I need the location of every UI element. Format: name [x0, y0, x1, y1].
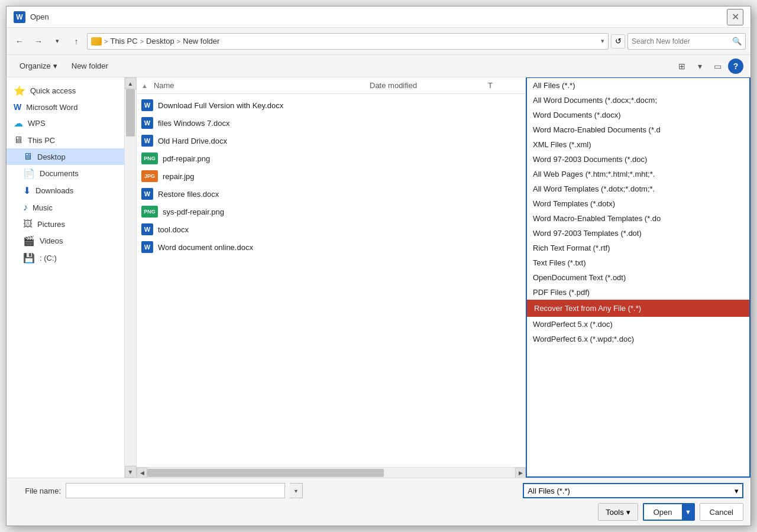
address-part-2: Desktop — [146, 37, 174, 46]
png-file-icon-4: PNG — [141, 153, 158, 164]
sidebar-scrollbar[interactable]: ▲ ▼ — [125, 77, 137, 478]
dropdown-item-12[interactable]: Rich Text Format (*.rtf) — [527, 241, 749, 255]
sidebar-item-this-pc[interactable]: 🖥 This PC — [7, 132, 124, 148]
new-folder-button[interactable]: New folder — [66, 59, 114, 74]
app-icon: W — [14, 11, 25, 23]
buttons-row: Tools ▾ Open ▼ Cancel — [14, 503, 743, 521]
filename-input[interactable] — [66, 483, 285, 498]
dropdown-item-17[interactable]: WordPerfect 5.x (*.doc) — [527, 317, 749, 332]
sidebar-item-microsoft-word[interactable]: W Microsoft Word — [7, 99, 124, 115]
cancel-button[interactable]: Cancel — [700, 503, 743, 521]
h-scroll-left[interactable]: ◀ — [137, 468, 147, 478]
col-type-header[interactable]: T — [486, 80, 521, 91]
word-file-icon-1: W — [141, 99, 153, 111]
pictures-icon: 🖼 — [23, 219, 33, 229]
address-bar[interactable]: > This PC > Desktop > New folder ▾ — [87, 33, 609, 50]
file-item-7[interactable]: PNG sys-pdf-repair.png — [137, 203, 526, 220]
file-name-4: pdf-repair.png — [163, 154, 521, 163]
dropdown-item-9[interactable]: Word Templates (*.dotx) — [527, 196, 749, 211]
view-dropdown-button[interactable]: ▾ — [691, 59, 708, 74]
search-input[interactable] — [632, 37, 730, 46]
file-item-5[interactable]: JPG repair.jpg — [137, 167, 526, 185]
h-scroll-right[interactable]: ▶ — [515, 468, 526, 478]
sidebar-label-this-pc: This PC — [28, 136, 55, 145]
dropdown-item-5[interactable]: XML Files (*.xml) — [527, 137, 749, 152]
refresh-button[interactable]: ↺ — [611, 34, 625, 48]
file-name-8: tool.docx — [158, 225, 521, 234]
filetype-dropdown-panel: All Files (*.*) All Word Documents (*.do… — [526, 77, 750, 478]
file-item-9[interactable]: W Word document online.docx — [137, 238, 526, 256]
dropdown-item-1[interactable]: All Files (*.*) — [527, 78, 749, 93]
sidebar-label-pictures: Pictures — [37, 220, 65, 229]
dropdown-item-13[interactable]: Text Files (*.txt) — [527, 255, 749, 270]
tools-button[interactable]: Tools ▾ — [598, 503, 638, 521]
sort-arrow[interactable]: ▲ — [141, 82, 148, 89]
sidebar-item-music[interactable]: ♪ Music — [7, 199, 124, 216]
up-button[interactable]: ↑ — [68, 33, 85, 50]
file-name-1: Download Full Version with Key.docx — [158, 101, 521, 110]
h-scroll-thumb[interactable] — [147, 469, 384, 477]
open-dropdown-button[interactable]: ▼ — [682, 503, 695, 521]
dropdown-item-8[interactable]: All Word Templates (*.dotx;*.dotm;*. — [527, 181, 749, 196]
h-scrollbar[interactable]: ◀ ▶ — [137, 467, 526, 478]
col-name-header[interactable]: Name — [151, 80, 367, 91]
scroll-track[interactable] — [125, 89, 136, 466]
filetype-value: All Files (*.*) — [528, 486, 570, 495]
address-dropdown-btn[interactable]: ▾ — [601, 37, 604, 45]
dropdown-item-10[interactable]: Word Macro-Enabled Templates (*.do — [527, 211, 749, 226]
wps-icon: ☁ — [14, 118, 23, 129]
forward-button[interactable]: → — [30, 33, 47, 50]
sidebar-item-documents[interactable]: 📄 Documents — [7, 165, 124, 182]
address-part-3: New folder — [183, 37, 219, 46]
videos-icon: 🎬 — [23, 235, 35, 246]
scroll-thumb[interactable] — [126, 89, 135, 137]
view-grid-button[interactable]: ⊞ — [674, 59, 690, 74]
scroll-up-arrow[interactable]: ▲ — [125, 77, 137, 89]
file-item-6[interactable]: W Restore files.docx — [137, 185, 526, 203]
word-file-icon-9: W — [141, 241, 153, 253]
file-item-8[interactable]: W tool.docx — [137, 220, 526, 238]
dropdown-item-6[interactable]: Word 97-2003 Documents (*.doc) — [527, 152, 749, 167]
dropdown-item-2[interactable]: All Word Documents (*.docx;*.docm; — [527, 93, 749, 108]
dropdown-item-4[interactable]: Word Macro-Enabled Documents (*.d — [527, 122, 749, 137]
action-bar: Organize ▾ New folder ⊞ ▾ ▭ ? — [7, 55, 750, 77]
sidebar-label-downloads: Downloads — [35, 186, 73, 195]
dropdown-item-15[interactable]: PDF Files (*.pdf) — [527, 285, 749, 300]
dropdown-item-11[interactable]: Word 97-2003 Templates (*.dot) — [527, 226, 749, 241]
sidebar-item-videos[interactable]: 🎬 Videos — [7, 232, 124, 249]
sidebar-item-downloads[interactable]: ⬇ Downloads — [7, 182, 124, 199]
sidebar-item-wps[interactable]: ☁ WPS — [7, 115, 124, 132]
file-name-3: Old Hard Drive.docx — [158, 137, 521, 145]
dropdown-item-7[interactable]: All Web Pages (*.htm;*.html;*.mht;*. — [527, 167, 749, 181]
h-scroll-track[interactable] — [147, 468, 515, 478]
dropdown-recent-button[interactable]: ▾ — [49, 33, 66, 50]
view-preview-button[interactable]: ▭ — [709, 59, 726, 74]
sidebar-item-local-c[interactable]: 💾 : (C:) — [7, 249, 124, 267]
file-item-3[interactable]: W Old Hard Drive.docx — [137, 132, 526, 150]
back-button[interactable]: ← — [11, 33, 28, 50]
sidebar-item-desktop[interactable]: 🖥 Desktop — [7, 148, 124, 165]
bottom-bar: File name: ▾ All Files (*.*) ▾ Tools ▾ O… — [7, 478, 750, 525]
sidebar-item-pictures[interactable]: 🖼 Pictures — [7, 216, 124, 232]
close-button[interactable]: ✕ — [727, 9, 743, 25]
open-dialog: W Open ✕ ← → ▾ ↑ > This PC > Desktop > N… — [6, 6, 751, 526]
sidebar-label-quick-access: Quick access — [30, 86, 76, 95]
view-icons: ⊞ ▾ ▭ — [674, 59, 726, 74]
dropdown-item-14[interactable]: OpenDocument Text (*.odt) — [527, 270, 749, 285]
scroll-down-arrow[interactable]: ▼ — [125, 466, 137, 478]
open-button[interactable]: Open — [643, 503, 682, 521]
dropdown-item-18[interactable]: WordPerfect 6.x (*.wpd;*.doc) — [527, 332, 749, 346]
dropdown-item-16[interactable]: Recover Text from Any File (*.*) — [527, 300, 749, 317]
col-date-header[interactable]: Date modified — [367, 80, 486, 91]
dropdown-item-3[interactable]: Word Documents (*.docx) — [527, 108, 749, 122]
file-item-2[interactable]: W files Windows 7.docx — [137, 114, 526, 132]
filetype-dropdown[interactable]: All Files (*.*) ▾ — [523, 483, 743, 498]
help-button[interactable]: ? — [728, 59, 743, 74]
file-item-1[interactable]: W Download Full Version with Key.docx — [137, 96, 526, 114]
file-item-4[interactable]: PNG pdf-repair.png — [137, 150, 526, 167]
sidebar-label-wps: WPS — [28, 119, 46, 128]
organize-button[interactable]: Organize ▾ — [14, 59, 63, 74]
file-name-9: Word document online.docx — [158, 243, 521, 252]
filename-dropdown-btn[interactable]: ▾ — [290, 483, 303, 498]
sidebar-item-quick-access[interactable]: ⭐ Quick access — [7, 82, 124, 99]
